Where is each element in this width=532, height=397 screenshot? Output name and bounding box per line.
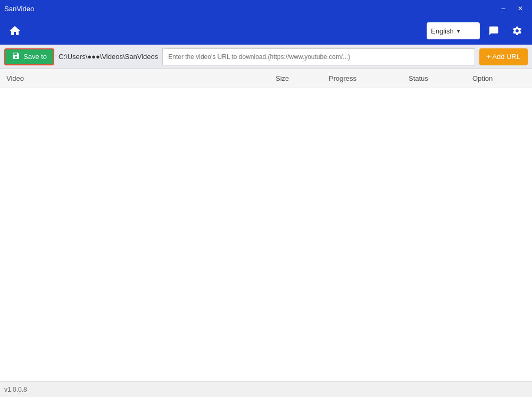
column-header-progress: Progress: [329, 74, 409, 82]
title-bar-controls: – ✕: [496, 3, 528, 14]
toolbar: English ▼: [0, 17, 532, 45]
app-title: SanVideo: [4, 5, 34, 13]
column-header-status: Status: [409, 74, 472, 82]
title-bar: SanVideo – ✕: [0, 0, 532, 17]
home-icon: [9, 24, 21, 37]
column-header-size: Size: [276, 74, 329, 82]
save-path-display: C:\Users\●●●\Videos\SanVideos: [59, 53, 158, 61]
action-bar: Save to C:\Users\●●●\Videos\SanVideos + …: [0, 45, 532, 69]
floppy-disk-icon: [12, 52, 20, 60]
main-content-area: [0, 88, 532, 381]
add-url-button[interactable]: + Add URL: [479, 48, 528, 65]
chevron-down-icon: ▼: [456, 28, 461, 34]
save-icon: [12, 52, 20, 62]
language-text: English: [431, 27, 454, 35]
save-to-label: Save to: [23, 53, 47, 61]
toolbar-right: English ▼: [427, 21, 527, 40]
language-selector[interactable]: English ▼: [427, 22, 480, 39]
save-to-button[interactable]: Save to: [4, 48, 54, 65]
table-header: Video Size Progress Status Option: [0, 69, 532, 88]
settings-icon: [512, 26, 522, 36]
url-input[interactable]: [162, 48, 475, 65]
chat-button[interactable]: [484, 21, 503, 40]
chat-icon: [488, 26, 499, 36]
title-bar-left: SanVideo: [4, 5, 34, 13]
footer: v1.0.0.8: [0, 381, 532, 397]
home-button[interactable]: [5, 21, 24, 40]
minimize-button[interactable]: –: [496, 3, 511, 14]
settings-button[interactable]: [508, 21, 527, 40]
column-header-option: Option: [472, 74, 526, 82]
close-button[interactable]: ✕: [513, 3, 528, 14]
column-header-video: Video: [6, 74, 276, 82]
version-label: v1.0.0.8: [4, 386, 27, 393]
